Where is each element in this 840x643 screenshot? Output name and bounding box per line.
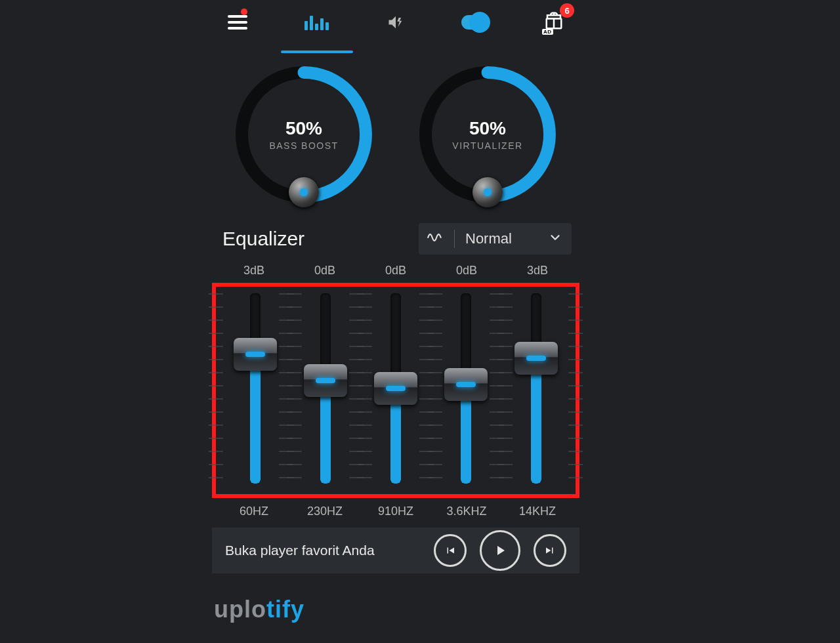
topbar: AD 6: [212, 0, 579, 35]
wave-icon: [427, 229, 444, 249]
preset-label: Normal: [465, 230, 537, 247]
watermark-part1: uplo: [214, 596, 266, 623]
eq-slider-230hz[interactable]: [297, 293, 354, 484]
hamburger-icon: [228, 15, 247, 30]
skip-previous-icon: [444, 545, 456, 556]
db-label: 3dB: [508, 264, 567, 278]
preset-divider: [454, 230, 455, 248]
db-labels-row: 3dB 0dB 0dB 0dB 3dB: [219, 264, 573, 278]
eq-slider-3.6khz[interactable]: [438, 293, 494, 484]
power-toggle[interactable]: [461, 9, 489, 36]
equalizer-panel: AD 6 50% BASS BOOST: [212, 0, 579, 573]
eq-slider-910hz[interactable]: [368, 293, 424, 484]
equalizer-bars-icon: [304, 14, 329, 30]
slider-thumb[interactable]: [304, 364, 347, 397]
volume-boost-button[interactable]: [382, 9, 410, 36]
previous-button[interactable]: [434, 534, 467, 567]
freq-label: 230HZ: [295, 505, 354, 518]
gift-ads-button[interactable]: AD 6: [540, 9, 568, 36]
toggle-track: [461, 15, 489, 30]
virtualizer-knob-handle[interactable]: [472, 177, 503, 207]
ad-label: AD: [542, 29, 553, 35]
freq-label: 60HZ: [224, 505, 284, 518]
menu-button[interactable]: [224, 9, 251, 36]
equalizer-tab[interactable]: [303, 9, 331, 36]
slider-thumb[interactable]: [374, 372, 417, 405]
watermark: uplotify: [214, 596, 304, 623]
eq-slider-14khz[interactable]: [508, 293, 564, 484]
slider-thumb[interactable]: [444, 368, 488, 401]
gift-badge: 6: [560, 3, 574, 18]
active-tab-indicator: [281, 51, 353, 53]
equalizer-sliders-box: [212, 283, 579, 498]
rotary-knobs-row: 50% BASS BOOST 50% VIRTUALIZER: [212, 66, 579, 203]
now-playing-text: Buka player favorit Anda: [225, 543, 421, 558]
eq-slider-60hz[interactable]: [227, 293, 284, 484]
chevron-down-icon: [548, 230, 562, 247]
watermark-part2: tify: [266, 596, 304, 623]
play-button[interactable]: [480, 530, 520, 571]
db-label: 0dB: [437, 264, 496, 278]
freq-label: 14KHZ: [508, 505, 567, 518]
equalizer-header: Equalizer Normal: [222, 223, 572, 255]
equalizer-title: Equalizer: [222, 228, 304, 250]
slider-thumb[interactable]: [514, 342, 558, 375]
db-label: 0dB: [295, 264, 354, 278]
db-label: 0dB: [366, 264, 425, 278]
toggle-thumb-icon: [469, 12, 490, 33]
virtualizer-knob[interactable]: 50% VIRTUALIZER: [419, 66, 556, 203]
freq-label: 910HZ: [366, 505, 425, 518]
db-label: 3dB: [224, 264, 284, 278]
freq-label: 3.6KHZ: [437, 505, 496, 518]
freq-labels-row: 60HZ 230HZ 910HZ 3.6KHZ 14KHZ: [219, 505, 573, 518]
speaker-bolt-icon: [387, 13, 405, 31]
bass-knob-handle[interactable]: [289, 177, 319, 207]
player-bar: Buka player favorit Anda: [212, 528, 579, 573]
preset-selector[interactable]: Normal: [419, 223, 572, 255]
skip-next-icon: [544, 545, 556, 556]
bass-boost-knob[interactable]: 50% BASS BOOST: [235, 66, 373, 203]
app-root: AD 6 50% BASS BOOST: [0, 0, 840, 643]
notification-dot-icon: [241, 9, 247, 15]
play-icon: [492, 543, 508, 558]
slider-thumb[interactable]: [234, 338, 277, 371]
next-button[interactable]: [534, 534, 566, 567]
